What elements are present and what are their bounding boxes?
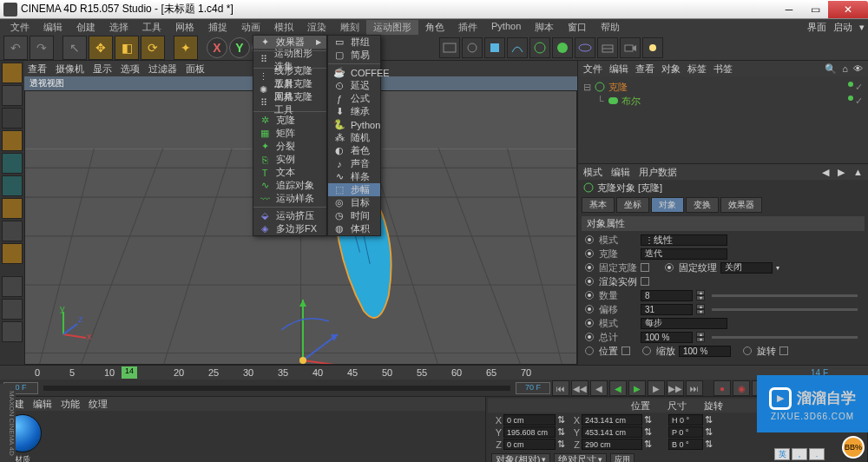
texture-mode-button[interactable]	[2, 108, 23, 129]
model-mode-button[interactable]	[2, 85, 23, 106]
menu-snap[interactable]: 捕捉	[201, 20, 234, 35]
hypernurbs-button[interactable]	[552, 37, 573, 58]
radio-icon[interactable]	[585, 235, 594, 244]
prev-key-button[interactable]: ◀◀	[571, 380, 589, 396]
subtab-coord[interactable]: 坐标	[616, 197, 649, 213]
spin-down[interactable]: ▾	[696, 295, 705, 300]
camera-button[interactable]	[620, 37, 641, 58]
vp-menu-view[interactable]: 查看	[28, 63, 47, 76]
ime-lang[interactable]: 英	[774, 448, 790, 460]
menu-sculpt[interactable]: 雕刻	[333, 20, 366, 35]
render-view-button[interactable]	[439, 37, 460, 58]
render-settings-button[interactable]	[462, 37, 483, 58]
ime-punct2[interactable]: .	[809, 448, 825, 460]
total-input[interactable]: 100 %	[641, 332, 693, 343]
size-y-input[interactable]: 453.141 cm	[582, 426, 642, 438]
record-button[interactable]: ●	[713, 380, 731, 396]
count-input[interactable]: 8	[641, 290, 693, 301]
timeline-scrollbar[interactable]	[43, 386, 510, 391]
attr-menu-edit[interactable]: 编辑	[611, 166, 630, 179]
menu-char[interactable]: 角色	[418, 20, 451, 35]
goto-end-button[interactable]: ⏭	[686, 380, 703, 396]
menu-create[interactable]: 创建	[69, 20, 102, 35]
attr-menu-userdata[interactable]: 用户数据	[639, 166, 677, 179]
offset-input[interactable]: 31	[641, 304, 693, 315]
menu-anim[interactable]: 动画	[234, 20, 267, 35]
spinner-icon[interactable]: ⇅	[557, 439, 566, 450]
om-menu-file[interactable]: 文件	[583, 63, 602, 76]
radio-icon[interactable]	[665, 263, 674, 272]
play-backward-button[interactable]: ◀	[609, 380, 627, 396]
undo-button[interactable]: ↶	[3, 36, 28, 60]
spinner-icon[interactable]: ⇅	[644, 426, 653, 438]
om-menu-tags[interactable]: 标签	[687, 63, 707, 76]
timeline-ruler[interactable]: 14 0 5 10 20 25 30 35 40 45 50 55 60 65 …	[0, 366, 868, 380]
menu-tools[interactable]: 工具	[135, 20, 168, 35]
next-frame-button[interactable]: ▶	[648, 380, 665, 396]
delay-effector-item[interactable]: ⏲延迟	[328, 79, 380, 92]
snap-toggle-button[interactable]	[2, 276, 23, 297]
total-slider[interactable]	[712, 336, 858, 339]
spin-down[interactable]: ▾	[696, 337, 705, 342]
subtab-transform[interactable]: 变换	[686, 197, 719, 213]
radio-icon[interactable]	[585, 333, 594, 341]
search-icon[interactable]: 🔍	[825, 63, 837, 75]
axis-mode-button[interactable]	[2, 221, 23, 241]
autokey-button[interactable]: ◉	[733, 380, 750, 396]
radio-icon[interactable]	[743, 346, 752, 355]
mode2-dropdown[interactable]: 每步	[641, 318, 727, 329]
layout-dropdown[interactable]: 启动	[833, 21, 852, 34]
light-button[interactable]	[642, 37, 663, 58]
radio-icon[interactable]	[585, 277, 594, 286]
tree-row-boole[interactable]: └ 布尔 ✓	[583, 94, 863, 108]
menu-mesh[interactable]: 网格	[168, 20, 201, 35]
spline-effector-item[interactable]: ∿样条	[328, 170, 380, 183]
spinner-icon[interactable]: ⇅	[705, 426, 713, 438]
rot-checkbox[interactable]	[779, 346, 788, 355]
subtab-effectors[interactable]: 效果器	[720, 197, 762, 213]
object-mode-button[interactable]	[2, 243, 23, 264]
menu-window[interactable]: 窗口	[561, 20, 594, 35]
rot-h-input[interactable]: H 0 °	[668, 414, 703, 426]
polyfx-item[interactable]: ◈多边形FX	[253, 222, 326, 235]
radio-icon[interactable]	[642, 346, 651, 355]
attr-menu-mode[interactable]: 模式	[583, 166, 602, 179]
next-key-button[interactable]: ▶▶	[667, 380, 684, 396]
size-z-input[interactable]: 290 cm	[582, 439, 642, 450]
count-slider[interactable]	[712, 294, 858, 297]
check-icon[interactable]: ✓	[855, 96, 863, 107]
workplane-snap-button[interactable]	[2, 321, 23, 342]
mat-menu-edit[interactable]: 编辑	[33, 398, 52, 411]
expand-icon[interactable]: └	[597, 96, 604, 106]
fixtex-dropdown[interactable]: 关闭	[720, 262, 773, 274]
coord-space-dropdown[interactable]: 对象(相对) ▾	[491, 453, 550, 462]
scale-tool[interactable]: ◧	[115, 36, 139, 60]
pos-x-input[interactable]: 0 cm	[503, 414, 556, 426]
axis-x-toggle[interactable]: X	[207, 37, 227, 58]
nav-back-icon[interactable]: ◀	[822, 167, 829, 178]
play-forward-button[interactable]: ▶	[628, 380, 646, 396]
tracer-item[interactable]: ∿追踪对象	[253, 179, 326, 192]
menu-script[interactable]: 脚本	[528, 20, 561, 35]
eye-icon[interactable]: 👁	[853, 63, 863, 75]
subtab-object[interactable]: 对象	[651, 197, 684, 213]
vp-menu-display[interactable]: 显示	[93, 63, 112, 76]
minimize-button[interactable]: ─	[776, 1, 802, 18]
tree-row-cloner[interactable]: ⊟ 克隆 ✓	[583, 80, 863, 94]
target-effector-item[interactable]: ◎目标	[328, 196, 380, 209]
timeline-cursor[interactable]: 14	[122, 366, 137, 379]
radio-icon[interactable]	[585, 291, 594, 300]
make-editable-button[interactable]	[2, 63, 23, 83]
polygon-mode-button[interactable]	[2, 198, 23, 219]
fracture-item[interactable]: ✦分裂	[253, 140, 326, 153]
generator-button[interactable]	[529, 37, 550, 58]
menu-select[interactable]: 选择	[102, 20, 135, 35]
prim-cube-button[interactable]	[484, 37, 505, 58]
tree-label[interactable]: 布尔	[621, 95, 641, 108]
menu-render[interactable]: 渲染	[300, 20, 333, 35]
close-button[interactable]: ✕	[828, 1, 868, 18]
moextrude-item[interactable]: ⬙运动挤压	[253, 209, 326, 222]
size-x-input[interactable]: 243.141 cm	[582, 414, 642, 426]
coord-apply-button[interactable]: 应用	[610, 453, 635, 462]
expand-icon[interactable]: ⊟	[583, 82, 591, 93]
